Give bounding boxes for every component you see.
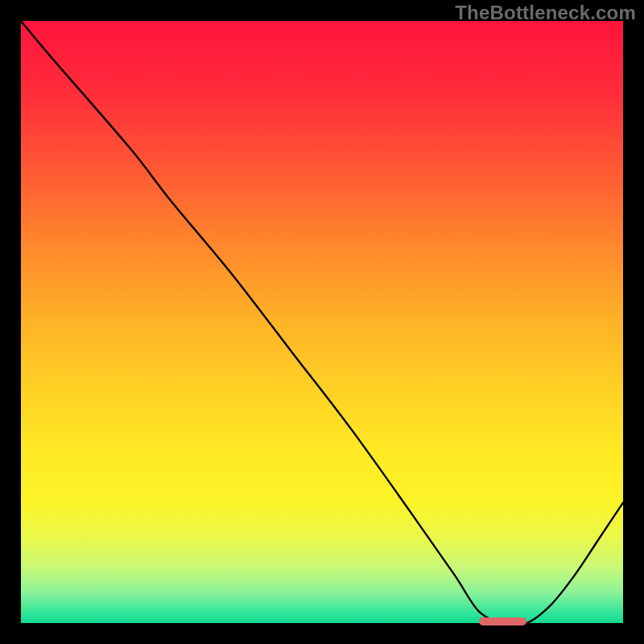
watermark-text: TheBottleneck.com [455, 2, 636, 24]
plot-area [21, 21, 623, 623]
optimal-range-marker [479, 617, 527, 625]
bottleneck-curve [21, 21, 623, 623]
chart-container: TheBottleneck.com [0, 0, 644, 644]
